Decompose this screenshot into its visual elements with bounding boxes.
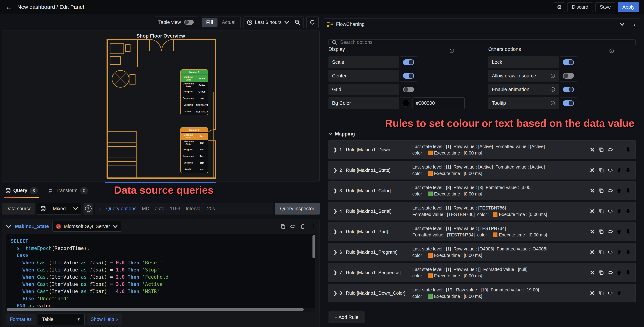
move-rule-down-icon[interactable] <box>626 188 631 193</box>
query-datasource-picker[interactable]: Microsoft SQL Server <box>52 221 121 232</box>
option-toggle[interactable] <box>563 59 574 65</box>
show-help-button[interactable]: Show Help › <box>87 313 122 325</box>
move-rule-down-icon[interactable] <box>626 229 631 234</box>
options-search-input[interactable] <box>340 40 632 45</box>
duplicate-rule-icon[interactable] <box>599 188 604 193</box>
tab-transform[interactable]: Transform 0 <box>47 183 89 198</box>
delete-rule-icon[interactable] <box>590 270 595 275</box>
duplicate-rule-icon[interactable] <box>599 209 604 214</box>
sql-editor[interactable]: SELECT $__timeEpoch(RecordTime), Case Wh… <box>6 234 316 312</box>
hide-rule-icon[interactable] <box>608 290 613 295</box>
collapse-chevron-icon[interactable] <box>6 224 11 229</box>
rule-row[interactable]: ❯ 4 : Rule [Makino1_Serial] Last state l… <box>328 202 636 220</box>
fill-segment[interactable]: Fill <box>202 18 218 27</box>
chevron-down-icon[interactable] <box>284 20 290 25</box>
query-options-link[interactable]: Query options <box>106 206 136 211</box>
hide-rule-icon[interactable] <box>608 209 613 214</box>
rule-row[interactable]: ❯ 1 : Rule [Makino1_Down] Last state lev… <box>328 140 636 159</box>
hide-query-icon[interactable] <box>290 224 296 229</box>
duplicate-rule-icon[interactable] <box>599 168 604 173</box>
info-icon[interactable] <box>609 49 614 53</box>
delete-rule-icon[interactable] <box>590 290 595 295</box>
rule-expand-caret[interactable]: ❯ <box>333 229 337 234</box>
rule-expand-caret[interactable]: ❯ <box>333 147 337 153</box>
duplicate-rule-icon[interactable] <box>599 249 604 255</box>
options-search-box[interactable] <box>328 39 636 45</box>
hide-rule-icon[interactable] <box>608 229 613 234</box>
rule-row[interactable]: ❯ 8 : Rule [Makino1_Down_Color] Last sta… <box>328 284 636 302</box>
duplicate-rule-icon[interactable] <box>599 270 604 275</box>
move-rule-up-icon[interactable] <box>617 270 622 275</box>
hide-rule-icon[interactable] <box>608 147 613 152</box>
move-rule-up-icon[interactable] <box>617 188 622 193</box>
info-icon[interactable] <box>450 49 454 53</box>
duplicate-rule-icon[interactable] <box>599 229 604 234</box>
rule-expand-caret[interactable]: ❯ <box>333 188 337 193</box>
table-view-toggle[interactable] <box>184 20 194 25</box>
mapping-header[interactable]: Mapping <box>328 131 636 137</box>
delete-query-icon[interactable] <box>300 224 306 229</box>
rule-expand-caret[interactable]: ❯ <box>333 290 337 296</box>
vertical-scrollbar[interactable] <box>312 235 315 258</box>
duplicate-query-icon[interactable] <box>280 224 285 229</box>
rule-expand-caret[interactable]: ❯ <box>333 249 337 255</box>
option-toggle[interactable] <box>563 100 574 106</box>
rule-expand-caret[interactable]: ❯ <box>333 270 337 275</box>
delete-rule-icon[interactable] <box>590 188 595 193</box>
rule-row[interactable]: ❯ 5 : Rule [Makino1_Part] Last state lev… <box>328 222 636 241</box>
zoom-out-icon[interactable] <box>295 20 300 25</box>
option-toggle[interactable] <box>403 87 414 92</box>
info-icon[interactable] <box>550 74 555 78</box>
datasource-picker[interactable]: -- Mixed -- <box>37 203 82 214</box>
rule-row[interactable]: ❯ 7 : Rule [Makino1_Sequence] Last state… <box>328 263 636 282</box>
delete-rule-icon[interactable] <box>590 168 595 173</box>
hide-rule-icon[interactable] <box>608 188 613 193</box>
query-name[interactable]: Makino1_State <box>15 224 49 229</box>
bg-color-swatch[interactable] <box>400 97 412 109</box>
collapse-options-button[interactable]: › <box>629 19 640 30</box>
datasource-help-button[interactable]: ? <box>84 203 93 214</box>
move-rule-up-icon[interactable] <box>617 249 622 255</box>
sql-code[interactable]: SELECT $__timeEpoch(RecordTime), Case Wh… <box>6 234 315 312</box>
query-inspector-button[interactable]: Query inspector <box>274 203 320 214</box>
move-rule-up-icon[interactable] <box>617 229 622 234</box>
discard-button[interactable]: Discard <box>567 2 593 12</box>
option-toggle[interactable] <box>403 59 414 65</box>
delete-rule-icon[interactable] <box>590 249 595 255</box>
rule-expand-caret[interactable]: ❯ <box>333 208 337 214</box>
add-rule-button[interactable]: + Add Rule <box>328 311 364 323</box>
rule-expand-caret[interactable]: ❯ <box>333 167 337 173</box>
move-rule-down-icon[interactable] <box>626 270 631 275</box>
duplicate-rule-icon[interactable] <box>599 290 604 295</box>
move-rule-up-icon[interactable] <box>617 209 622 214</box>
horizontal-scrollbar[interactable] <box>7 308 304 311</box>
hide-rule-icon[interactable] <box>608 270 613 275</box>
refresh-icon[interactable] <box>310 20 315 25</box>
option-toggle[interactable] <box>563 73 574 79</box>
move-rule-down-icon[interactable] <box>626 168 631 173</box>
info-icon[interactable] <box>550 101 555 106</box>
move-rule-down-icon[interactable] <box>626 249 631 255</box>
duplicate-rule-icon[interactable] <box>599 147 604 152</box>
rule-row[interactable]: ❯ 2 : Rule [Makino1_State] Last state le… <box>328 161 636 179</box>
tab-query[interactable]: Query 8 <box>4 183 39 198</box>
bg-color-input[interactable] <box>412 97 464 109</box>
delete-rule-icon[interactable] <box>590 229 595 234</box>
move-rule-up-icon[interactable] <box>617 168 622 173</box>
format-as-select[interactable]: Table ▼ <box>38 313 84 325</box>
move-rule-down-icon[interactable] <box>626 209 631 214</box>
hide-rule-icon[interactable] <box>608 168 613 173</box>
delete-rule-icon[interactable] <box>590 209 595 214</box>
rule-row[interactable]: ❯ 6 : Rule [Makino1_Program] Last state … <box>328 243 636 261</box>
actual-segment[interactable]: Actual <box>218 18 240 27</box>
back-arrow-icon[interactable]: ← <box>5 3 12 11</box>
hide-rule-icon[interactable] <box>608 249 613 255</box>
rule-row[interactable]: ❯ 3 : Rule [Makino1_Color] Last state le… <box>328 181 636 200</box>
apply-button[interactable]: Apply <box>618 2 639 12</box>
panel-settings-button[interactable]: ⚙ <box>554 2 565 12</box>
delete-rule-icon[interactable] <box>590 147 595 152</box>
panel-type-select[interactable]: FlowCharting › <box>324 18 640 30</box>
option-toggle[interactable] <box>563 87 574 92</box>
move-rule-up-icon[interactable] <box>617 290 622 295</box>
option-toggle[interactable] <box>403 73 414 79</box>
